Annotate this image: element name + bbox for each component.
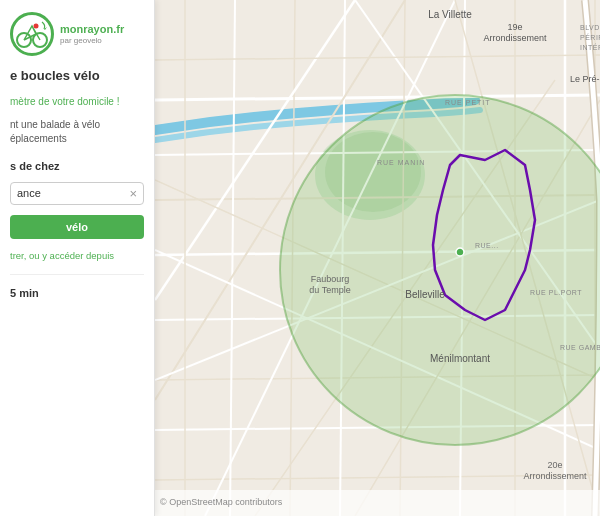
logo-by: par geovelo xyxy=(60,36,124,46)
sidebar-hint: trer, ou y accéder depuis xyxy=(10,249,144,262)
svg-text:RUE PL.PORT: RUE PL.PORT xyxy=(530,289,582,296)
clear-button[interactable]: × xyxy=(129,187,137,200)
map-area[interactable]: La Villette 19e Arrondissement Le Pré-Sa… xyxy=(155,0,600,516)
sidebar: monrayon.fr par geovelo e boucles vélo m… xyxy=(0,0,155,516)
svg-text:20e: 20e xyxy=(547,460,562,470)
svg-text:Ménilmontant: Ménilmontant xyxy=(430,353,490,364)
svg-text:du Temple: du Temple xyxy=(309,285,350,295)
svg-text:Le Pré-Sai...: Le Pré-Sai... xyxy=(570,74,600,84)
svg-text:La Villette: La Villette xyxy=(428,9,472,20)
svg-text:INTÉRIEUR: INTÉRIEUR xyxy=(580,43,600,51)
divider xyxy=(10,274,144,275)
svg-point-2 xyxy=(34,24,39,29)
svg-text:Faubourg: Faubourg xyxy=(311,274,350,284)
svg-text:Arrondissement: Arrondissement xyxy=(523,471,587,481)
svg-text:RUE...: RUE... xyxy=(475,242,499,249)
logo-area: monrayon.fr par geovelo xyxy=(10,12,144,56)
svg-text:19e: 19e xyxy=(507,22,522,32)
logo-domain: monrayon.fr xyxy=(60,23,124,36)
svg-text:RUE PETIT: RUE PETIT xyxy=(445,99,491,106)
sidebar-description: nt une balade à vélo éplacements xyxy=(10,118,144,146)
svg-text:© OpenStreetMap contributors: © OpenStreetMap contributors xyxy=(160,497,283,507)
sidebar-title: e boucles vélo xyxy=(10,68,144,85)
svg-text:Arrondissement: Arrondissement xyxy=(483,33,547,43)
velo-button[interactable]: vélo xyxy=(10,215,144,239)
sidebar-subtitle: mètre de votre domicile ! xyxy=(10,95,144,108)
svg-text:PÉRIPHÉRIQUE: PÉRIPHÉRIQUE xyxy=(580,33,600,42)
section-label: s de chez xyxy=(10,160,144,172)
svg-text:RUE MANIN: RUE MANIN xyxy=(377,159,425,166)
logo-icon xyxy=(10,12,54,56)
search-box[interactable]: × xyxy=(10,182,144,205)
logo-text: monrayon.fr par geovelo xyxy=(60,23,124,46)
map-svg: La Villette 19e Arrondissement Le Pré-Sa… xyxy=(155,0,600,516)
svg-text:BLVD.: BLVD. xyxy=(580,24,600,31)
svg-text:RUE GAMBETTA: RUE GAMBETTA xyxy=(560,344,600,351)
time-label: 5 min xyxy=(10,287,144,299)
search-input[interactable] xyxy=(17,187,125,199)
svg-point-37 xyxy=(456,248,464,256)
svg-text:Belleville: Belleville xyxy=(405,289,445,300)
